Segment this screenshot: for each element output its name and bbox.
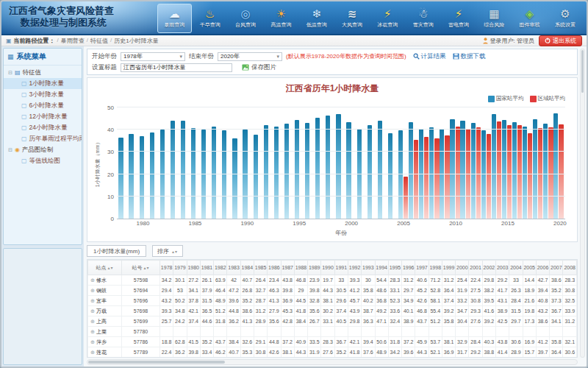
horizontal-scrollbar[interactable] bbox=[87, 359, 578, 365]
expand-icon[interactable]: ⊕ bbox=[90, 298, 95, 303]
value-cell: 62.8 bbox=[173, 337, 187, 347]
col-year-2000: 2000 bbox=[456, 261, 469, 275]
value-cell: 26.8 bbox=[240, 286, 254, 296]
horizontal-scroll-thumb[interactable] bbox=[88, 361, 225, 364]
sidebar-item-历年暴雨过程平均雨量[interactable]: ▢历年暴雨过程平均雨量 bbox=[4, 133, 82, 144]
station-name-cell[interactable]: ⊕铜鼓 bbox=[88, 286, 122, 296]
value-cell: 27.8 bbox=[308, 358, 321, 358]
value-cell: 38.9 bbox=[496, 306, 509, 316]
vertical-scroll-thumb[interactable] bbox=[581, 50, 584, 93]
value-cell: 38.6 bbox=[240, 306, 254, 316]
value-cell bbox=[469, 327, 482, 337]
value-cell: 39.3 bbox=[348, 275, 361, 286]
tree-toggle-icon[interactable]: ⊟ bbox=[8, 147, 12, 153]
chart-title-input[interactable] bbox=[121, 63, 232, 72]
value-cell: 35.2 bbox=[334, 347, 348, 358]
value-cell: 33.4 bbox=[200, 347, 213, 358]
value-cell: 51.2 bbox=[429, 316, 442, 327]
expand-icon[interactable]: ⊕ bbox=[90, 339, 95, 344]
station-name-cell[interactable]: ⊕宜丰 bbox=[88, 296, 122, 306]
x-tick-label: 1995 bbox=[293, 220, 306, 227]
calc-result-button[interactable]: 计算结果 bbox=[413, 52, 446, 61]
toolbar-item-rain-cloud[interactable]: ☁暴雨查询 bbox=[157, 4, 192, 33]
col-station[interactable]: 站点 ▴▾ bbox=[88, 261, 122, 275]
sidebar-item-12小时降水量[interactable]: ▢12小时降水量 bbox=[4, 111, 82, 122]
expand-icon[interactable]: ⊕ bbox=[90, 288, 95, 293]
expand-icon[interactable]: ⊕ bbox=[90, 308, 95, 314]
value-cell bbox=[415, 327, 429, 337]
sidebar-item-24小时降水量[interactable]: ▢24小时降水量 bbox=[4, 122, 82, 133]
sidebar-item-1小时降水量[interactable]: ▢1小时降水量 bbox=[4, 78, 82, 89]
expand-icon[interactable]: ⊕ bbox=[90, 350, 95, 355]
station-name-cell[interactable]: ⊕万载 bbox=[88, 306, 122, 316]
sidebar-menu-title[interactable]: ▦ 系统菜单 bbox=[4, 49, 82, 66]
col-year-1989: 1989 bbox=[308, 261, 321, 275]
value-cell: 37.6 bbox=[362, 347, 375, 358]
toolbar-item-low-temp[interactable]: ❄低温查询 bbox=[300, 4, 334, 33]
breadcrumb-segment[interactable]: 特征值 bbox=[90, 37, 108, 45]
save-image-button[interactable]: 保存图片 bbox=[242, 63, 276, 72]
value-cell: 30.6 bbox=[509, 337, 523, 347]
sidebar-item-6小时降水量[interactable]: ▢6小时降水量 bbox=[4, 100, 82, 111]
value-cell: 30.1 bbox=[173, 275, 187, 286]
download-button[interactable]: 数据下载 bbox=[453, 52, 486, 61]
sort-arrows-icon[interactable]: ▴▾ bbox=[143, 266, 149, 270]
chart-legend[interactable]: 国家站平均区域站平均 bbox=[488, 95, 565, 102]
toolbar-item-map-review[interactable]: ◈图件审核 bbox=[512, 4, 546, 33]
sort-control[interactable]: 排序 ▴▾ bbox=[152, 245, 183, 257]
toolbar-item-snow[interactable]: ☃雪灾查询 bbox=[406, 4, 440, 33]
value-cell bbox=[550, 327, 563, 337]
station-name-cell[interactable]: ⊕修水 bbox=[88, 275, 122, 286]
bar-group bbox=[284, 107, 295, 219]
toolbar-item-hail[interactable]: ⚡冰雹查询 bbox=[370, 4, 404, 33]
station-name-cell[interactable]: ⊕萍乡 bbox=[88, 337, 122, 347]
value-cell: 36.3 bbox=[362, 316, 375, 327]
legend-item[interactable]: 区域站平均 bbox=[530, 95, 566, 102]
sidebar-node-1[interactable]: ⊟◉产品图绘制 bbox=[4, 144, 82, 155]
end-year-select[interactable]: 2020年 ▾ bbox=[218, 52, 282, 61]
toolbar-item-typhoon[interactable]: ◎台风查询 bbox=[229, 4, 262, 33]
value-cell: 35.6 bbox=[268, 316, 281, 327]
station-name-cell[interactable]: ⊕莲花 bbox=[88, 347, 122, 358]
expand-icon[interactable]: ⊕ bbox=[90, 329, 95, 334]
toolbar-item-drought[interactable]: ♨干旱查询 bbox=[193, 4, 227, 33]
toolbar-item-wind[interactable]: ≋大风查询 bbox=[335, 4, 369, 33]
value-cell: 45.7 bbox=[348, 296, 361, 306]
toolbar-item-label: 干旱查询 bbox=[200, 21, 220, 29]
expand-icon[interactable]: ⊕ bbox=[90, 277, 95, 283]
toolbar-item-settings[interactable]: ⚙系统设置 bbox=[548, 4, 582, 33]
value-cell: 29.4 bbox=[240, 358, 254, 358]
value-cell: 33.7 bbox=[227, 358, 240, 358]
sidebar-item-3小时降水量[interactable]: ▢3小时降水量 bbox=[4, 89, 82, 100]
value-cell: 36.8 bbox=[375, 296, 388, 306]
start-year-select[interactable]: 1978年 ▾ bbox=[121, 52, 185, 61]
chart-panel[interactable]: 江西省历年1小时降水量 国家站平均区域站平均 1小时降水量（mm） 年份 010… bbox=[87, 77, 578, 242]
tree-toggle-icon[interactable]: ⊟ bbox=[8, 70, 12, 76]
toolbar-item-calculator[interactable]: ▦综合风险 bbox=[477, 4, 511, 33]
station-name-cell[interactable]: ⊕分宜 bbox=[88, 358, 122, 358]
bar-national bbox=[398, 130, 403, 219]
sort-arrows-icon[interactable]: ▴▾ bbox=[107, 266, 113, 270]
save-image-label: 保存图片 bbox=[251, 63, 276, 72]
station-name-cell[interactable]: ⊕上高 bbox=[88, 316, 122, 327]
value-cell: 30.4 bbox=[456, 316, 469, 327]
station-name-cell[interactable]: ⊕上栗 bbox=[88, 327, 122, 337]
toolbar-item-high-temp[interactable]: ☀高温查询 bbox=[264, 4, 298, 33]
value-cell: 42 bbox=[227, 275, 240, 286]
sidebar-node-0[interactable]: ⊟▤特征值 bbox=[4, 67, 82, 78]
logout-button[interactable]: 退出系统 bbox=[539, 35, 582, 46]
value-cell: 35.2 bbox=[240, 296, 254, 306]
breadcrumb-segment[interactable]: 暴雨普查 bbox=[61, 37, 85, 45]
toolbar-item-lightning[interactable]: ⚡雷电查询 bbox=[442, 4, 476, 33]
vertical-scrollbar[interactable] bbox=[580, 49, 585, 358]
col-station-id[interactable]: 站号 ▴▾ bbox=[122, 261, 160, 275]
sidebar-item-等值线绘图[interactable]: ▢等值线绘图 bbox=[4, 155, 82, 166]
bar-national bbox=[481, 130, 486, 219]
breadcrumb-segment[interactable]: 历史1小时降水量 bbox=[114, 37, 158, 45]
value-cell bbox=[482, 327, 495, 337]
expand-icon[interactable]: ⊕ bbox=[90, 319, 95, 324]
end-year-label: 结束年份 bbox=[189, 52, 214, 61]
value-cell: 27.5 bbox=[469, 286, 482, 296]
sidebar-item-label: 12小时降水量 bbox=[29, 113, 68, 121]
legend-item[interactable]: 国家站平均 bbox=[488, 95, 524, 102]
